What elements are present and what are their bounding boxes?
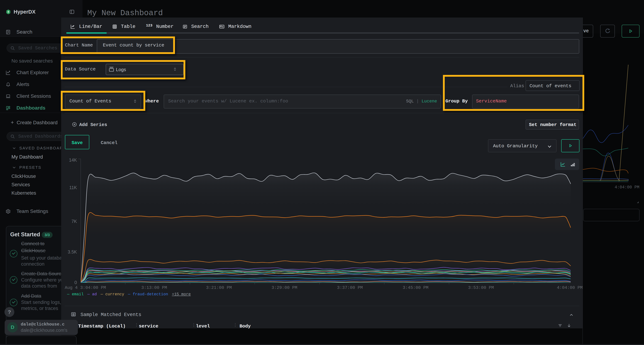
svg-text:14K: 14K — [69, 157, 77, 162]
svg-text:3:13:00 PM: 3:13:00 PM — [141, 285, 167, 290]
svg-text:3:37:00 PM: 3:37:00 PM — [337, 285, 363, 290]
svg-text:4:04:00 PM: 4:04:00 PM — [557, 285, 583, 290]
svg-text:3.5K: 3.5K — [68, 249, 77, 254]
svg-text:3:53:00 PM: 3:53:00 PM — [468, 285, 494, 290]
svg-text:0: 0 — [74, 280, 77, 285]
svg-text:4:04:00 PM: 4:04:00 PM — [615, 185, 639, 190]
svg-text:3:29:00 PM: 3:29:00 PM — [272, 285, 297, 290]
svg-text:Aug 4 3:04:00 PM: Aug 4 3:04:00 PM — [65, 285, 106, 290]
svg-text:11K: 11K — [69, 185, 77, 190]
svg-text:3:21:00 PM: 3:21:00 PM — [206, 285, 232, 290]
svg-text:7K: 7K — [72, 219, 77, 224]
svg-text:3:45:00 PM: 3:45:00 PM — [403, 285, 428, 290]
